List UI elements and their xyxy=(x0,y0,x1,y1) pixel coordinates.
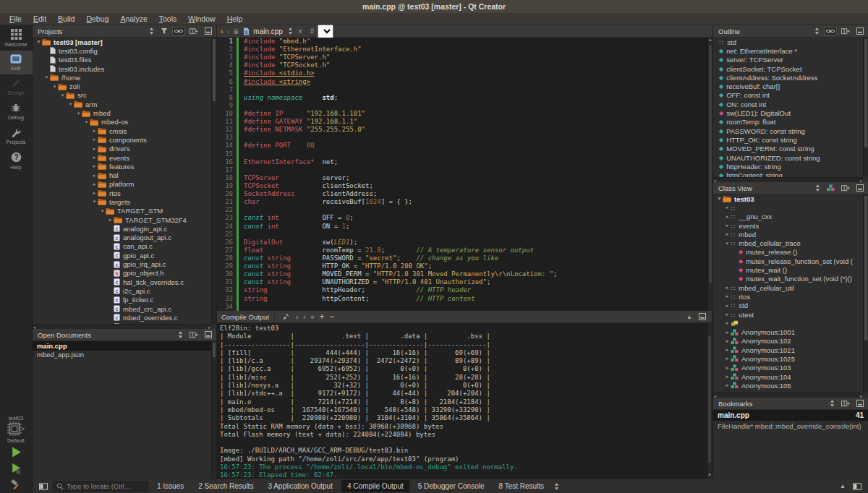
project-tree-item[interactable]: c gpio_api.c xyxy=(33,251,211,260)
closep-icon[interactable] xyxy=(203,27,213,35)
project-tree-item[interactable]: ▸ features xyxy=(33,162,211,171)
line-number[interactable]: 21 xyxy=(217,198,237,206)
expand-arrow-icon[interactable]: ▸ xyxy=(91,173,98,179)
symbol-selector[interactable]: Line: 1, Col: 1 xyxy=(318,25,333,38)
menu-window[interactable]: Window xyxy=(183,14,220,24)
mode-help[interactable]: ? Help xyxy=(0,148,33,173)
menu-build[interactable]: Build xyxy=(53,14,80,24)
project-tree-item[interactable]: ▸ rtos xyxy=(33,189,211,197)
open-documents-vscrollbar[interactable] xyxy=(211,341,216,479)
menu-analyze[interactable]: Analyze xyxy=(115,14,152,24)
stop-icon[interactable]: ■ xyxy=(311,314,315,320)
outline-item[interactable]: ◆ httpHeader: string xyxy=(713,162,863,171)
project-tree-item[interactable]: c lp_ticker.c xyxy=(33,296,211,304)
updown-icon[interactable] xyxy=(176,330,184,339)
bookmark-entry[interactable]: main.cpp 41 xyxy=(713,410,868,421)
expand-arrow-icon[interactable]: ▸ xyxy=(724,365,731,371)
mode-projects[interactable]: Projects xyxy=(0,124,33,148)
line-number[interactable]: 1 xyxy=(217,38,237,46)
project-tree-item[interactable]: c analogin_api.c xyxy=(33,224,211,233)
outline-item[interactable]: ◆ receiveBuf: char[] xyxy=(713,82,863,90)
project-tree-item[interactable]: ▾ targets xyxy=(33,197,211,206)
expand-arrow-icon[interactable]: ▾ xyxy=(83,119,90,125)
project-tree-item[interactable]: test03.config xyxy=(33,46,211,55)
project-tree-item[interactable]: c hal_tick_overrides.c xyxy=(33,278,211,286)
toggle-left-sidebar-icon[interactable] xyxy=(37,481,50,492)
line-number[interactable]: 23 xyxy=(217,214,237,222)
outline-item[interactable]: ◆ net: EthernetInterface * xyxy=(713,46,863,55)
line-number[interactable]: 11 xyxy=(217,118,237,126)
collapse-right-icon[interactable]: ▲ xyxy=(838,481,848,491)
expand-arrow-icon[interactable]: ▾ xyxy=(91,199,98,205)
outline-item[interactable]: ◆ UNAUTHORIZED: const string xyxy=(713,153,863,162)
line-number[interactable]: 32 xyxy=(217,286,237,294)
kit-selector[interactable]: ▸ xyxy=(7,421,25,436)
zoom-out-icon[interactable]: − xyxy=(330,312,335,322)
menu-help[interactable]: Help xyxy=(222,14,248,24)
menu-edit[interactable]: Edit xyxy=(28,14,51,24)
output-tab-3-application-output[interactable]: 3 Application Output xyxy=(262,480,339,492)
mode-debug[interactable]: Debug xyxy=(0,99,33,124)
line-number[interactable]: 33 xyxy=(217,295,237,303)
cls-icon[interactable] xyxy=(825,184,836,192)
menu-tools[interactable]: Tools xyxy=(154,14,182,24)
line-number[interactable]: 8 xyxy=(217,94,237,102)
class-view-hscrollbar[interactable]: ◂▸ xyxy=(713,393,863,398)
clear-output-icon[interactable] xyxy=(280,312,291,322)
class-view-item[interactable]: ▸ :: utest xyxy=(713,310,863,319)
expand-arrow-icon[interactable]: ▸ xyxy=(91,146,98,152)
prev-item-icon[interactable]: ‹ xyxy=(296,313,298,321)
class-view-item[interactable]: ◆ mutex_wait () xyxy=(713,265,863,274)
class-view-item[interactable]: ▸ Anonymous:105 xyxy=(713,381,863,390)
nav-back-icon[interactable]: ‹ xyxy=(221,27,224,35)
line-number[interactable]: 30 xyxy=(217,270,237,278)
project-tree-item[interactable]: c can_api.c xyxy=(33,242,211,251)
detach-pane-icon[interactable] xyxy=(697,312,707,321)
project-tree-item[interactable]: ▾ src xyxy=(33,91,211,100)
class-view-item[interactable]: ▾ test03 xyxy=(713,194,863,203)
project-tree-item[interactable]: ▸ cmsis xyxy=(33,127,211,135)
file-combo-icon[interactable] xyxy=(286,27,294,35)
expand-arrow-icon[interactable]: ▾ xyxy=(35,39,42,45)
project-tree-item[interactable]: c mbed_overrides.c xyxy=(33,313,211,322)
splitadd-icon[interactable] xyxy=(840,184,851,192)
project-tree-item[interactable]: h gpio_object.h xyxy=(33,269,211,278)
outline-item[interactable]: ◆ sw(LED1): DigitalOut xyxy=(713,108,863,117)
outline-item[interactable]: ◆ roomTemp: float xyxy=(713,118,863,127)
class-view-item[interactable]: ◆ mutex_release () xyxy=(713,248,863,257)
code-editor[interactable]: 1 #include "mbed.h" 2 #include "Ethernet… xyxy=(217,38,707,311)
line-number[interactable]: 26 xyxy=(217,239,237,246)
output-tab-8-test-results[interactable]: 8 Test Results xyxy=(493,480,550,492)
class-view-item[interactable]: ▸ :: events xyxy=(713,221,863,230)
project-tree-item[interactable]: c analogout_api.c xyxy=(33,233,211,242)
line-number[interactable]: 6 xyxy=(217,78,237,86)
line-number[interactable]: 16 xyxy=(217,158,237,166)
output-tab-4-compile-output[interactable]: 4 Compile Output xyxy=(341,480,409,492)
project-tree-item[interactable]: ▸ events xyxy=(33,153,211,162)
expand-arrow-icon[interactable]: ▾ xyxy=(59,93,66,98)
outline-item[interactable]: :: std xyxy=(713,38,863,46)
toggle-right-sidebar-icon[interactable] xyxy=(851,481,864,492)
project-tree-item[interactable]: ▾ test03 [master] xyxy=(33,38,211,46)
project-tree-item[interactable]: ▸ TARGET_STM32F4 xyxy=(33,215,211,224)
open-file-selector[interactable]: main.cpp xyxy=(253,27,283,35)
project-tree-item[interactable]: ▸ components xyxy=(33,135,211,144)
line-number[interactable]: 27 xyxy=(217,246,237,254)
expand-arrow-icon[interactable]: ▸ xyxy=(724,285,731,291)
outline-item[interactable]: ◆ PASSWORD: const string xyxy=(713,127,863,135)
outline-item[interactable]: ◆ ON: const int xyxy=(713,100,863,108)
expand-arrow-icon[interactable]: ▸ xyxy=(91,137,98,142)
compile-output-vscrollbar[interactable]: ▼ xyxy=(707,323,712,479)
link-icon[interactable] xyxy=(825,27,836,35)
line-number[interactable]: 24 xyxy=(217,223,237,231)
outline-item[interactable]: ◆ httpContent: string xyxy=(713,171,863,177)
outline-item[interactable]: ◆ server: TCPServer xyxy=(713,56,863,64)
splitadd-icon[interactable] xyxy=(840,399,851,408)
expand-arrow-icon[interactable]: ▸ xyxy=(91,190,98,196)
project-tree-item[interactable]: c i2c_api.c xyxy=(33,286,211,295)
line-number[interactable]: 31 xyxy=(217,278,237,286)
projects-hscrollbar[interactable]: ◂▸ xyxy=(33,324,211,329)
expand-arrow-icon[interactable]: ▸ xyxy=(724,293,731,299)
class-view-item[interactable]: ▸ Anonymous:103 xyxy=(713,364,863,372)
class-view-item[interactable]: ▸ :: rtos xyxy=(713,292,863,301)
